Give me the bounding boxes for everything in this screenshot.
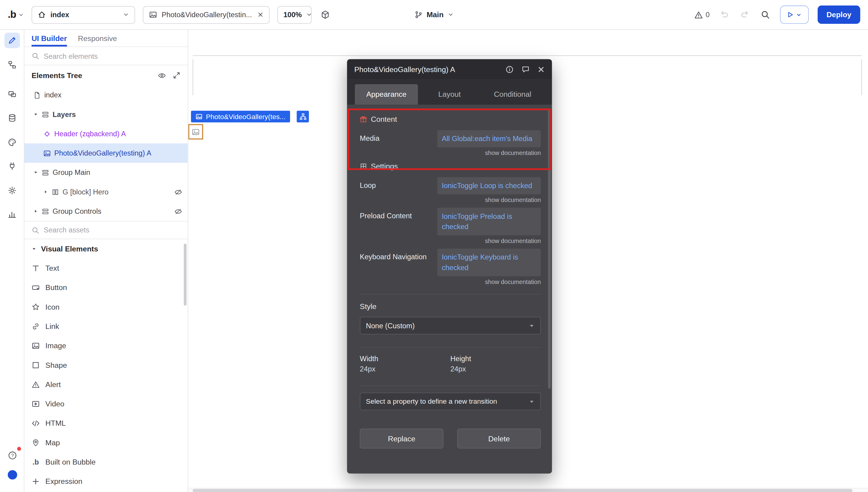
tab-layout[interactable]: Layout <box>418 84 481 105</box>
tree-item-index[interactable]: index <box>24 85 188 105</box>
tab-responsive[interactable]: Responsive <box>78 30 117 46</box>
warning-icon <box>694 10 703 19</box>
topbar-left: .b index Photo&VideoGallery(testin... <box>8 6 331 24</box>
left-rail: ? <box>0 30 24 492</box>
inspector-tabs: Appearance Layout Conditional <box>347 79 552 105</box>
element-html[interactable]: HTML <box>24 414 188 433</box>
data-icon[interactable] <box>4 110 20 126</box>
element-tab-label: Photo&VideoGallery(testin... <box>161 10 253 19</box>
element-built-on-bubble[interactable]: .b Built on Bubble <box>24 452 188 472</box>
loop-value-expression[interactable]: IonicToggle Loop is checked <box>437 177 541 194</box>
zoom-value: 100% <box>283 10 302 19</box>
eye-off-icon[interactable] <box>175 207 182 215</box>
close-tab-icon[interactable] <box>257 12 263 18</box>
element-text[interactable]: Text <box>24 259 188 278</box>
deploy-button[interactable]: Deploy <box>818 5 860 24</box>
settings-icon[interactable] <box>4 183 20 198</box>
plugins-icon[interactable] <box>4 158 20 174</box>
transition-dropdown[interactable]: Select a property to define a new transi… <box>360 393 541 410</box>
preview-button[interactable] <box>780 5 809 24</box>
eye-icon[interactable] <box>158 71 166 80</box>
bubble-logo[interactable]: .b <box>8 9 24 21</box>
zoom-selector[interactable]: 100% <box>277 6 312 24</box>
scrollbar-thumb[interactable] <box>193 489 852 492</box>
shape-icon <box>32 361 40 370</box>
tree-item-block-hero[interactable]: G [block] Hero <box>24 182 188 201</box>
redo-icon[interactable] <box>739 9 751 21</box>
media-doc-link[interactable]: show documentation <box>360 147 541 157</box>
component-library-icon[interactable] <box>320 9 331 21</box>
loop-doc-link[interactable]: show documentation <box>360 194 541 204</box>
preload-value-expression[interactable]: IonicToggle Preload is checked <box>437 208 541 236</box>
search-icon[interactable] <box>760 9 771 21</box>
canvas-horizontal-scrollbar[interactable] <box>188 488 868 492</box>
tree-item-layers[interactable]: Layers <box>24 105 188 124</box>
panel-scrollbar[interactable] <box>184 244 186 306</box>
close-icon[interactable] <box>537 66 544 73</box>
element-icon[interactable]: Icon <box>24 297 188 317</box>
media-value-expression[interactable]: All Global:each item's Media <box>437 130 541 147</box>
tree-item-group-main[interactable]: Group Main <box>24 163 188 182</box>
tree-item-header-reusable[interactable]: Header (zqbackend) A <box>24 124 188 143</box>
caret-down-icon[interactable] <box>33 170 38 175</box>
expand-icon[interactable] <box>173 71 181 80</box>
caret-right-icon[interactable] <box>43 189 48 194</box>
divider <box>360 347 541 348</box>
search-icon <box>32 52 40 60</box>
avatar[interactable] <box>8 470 17 479</box>
help-icon[interactable]: ? <box>4 447 20 463</box>
link-icon <box>32 322 40 331</box>
canvas[interactable]: Photo&VideoGallery(tes... Photo&VideoGal… <box>188 30 868 492</box>
gallery-element-placeholder[interactable] <box>188 124 203 139</box>
logs-icon[interactable] <box>4 206 20 222</box>
comment-icon[interactable] <box>521 65 530 74</box>
element-link[interactable]: Link <box>24 317 188 336</box>
visual-elements-header[interactable]: Visual Elements <box>24 239 188 259</box>
tree-item-group-controls[interactable]: Group Controls <box>24 202 188 221</box>
width-value[interactable]: 24px <box>360 365 450 373</box>
bubble-b-icon: .b <box>32 458 40 466</box>
page-selector[interactable]: index <box>32 6 135 24</box>
keyboard-value-expression[interactable]: IonicToggle Keyboard is checked <box>437 249 541 276</box>
replace-button[interactable]: Replace <box>360 429 443 449</box>
style-dropdown[interactable]: None (Custom) <box>360 317 541 335</box>
preload-doc-link[interactable]: show documentation <box>360 236 541 245</box>
element-tab[interactable]: Photo&VideoGallery(testin... <box>143 6 270 24</box>
tab-appearance[interactable]: Appearance <box>355 84 418 105</box>
alert-icon <box>32 380 40 389</box>
element-image[interactable]: Image <box>24 336 188 355</box>
element-hierarchy-chip[interactable] <box>297 110 309 122</box>
issues-indicator[interactable]: 0 <box>694 10 710 19</box>
selected-element-chip[interactable]: Photo&VideoGallery(tes... <box>191 110 290 122</box>
info-icon[interactable] <box>505 65 514 74</box>
element-map[interactable]: Map <box>24 433 188 452</box>
workflow-icon[interactable] <box>4 57 20 72</box>
element-video[interactable]: Video <box>24 394 188 414</box>
inspector-titlebar[interactable]: Photo&VideoGallery(testing) A <box>347 59 552 79</box>
search-assets-input[interactable] <box>44 226 181 234</box>
caret-down-icon[interactable] <box>33 112 38 117</box>
search-elements-input[interactable] <box>44 52 181 60</box>
loop-property-row: Loop IonicToggle Loop is checked <box>360 177 541 194</box>
page-selector-value: index <box>50 10 119 19</box>
tab-conditional[interactable]: Conditional <box>481 84 544 105</box>
undo-icon[interactable] <box>718 9 730 21</box>
delete-button[interactable]: Delete <box>457 429 541 449</box>
styles-icon[interactable] <box>4 134 20 150</box>
branch-selector[interactable]: Main <box>414 10 454 19</box>
tab-ui-builder[interactable]: UI Builder <box>32 30 67 46</box>
inspector-scrollbar[interactable] <box>548 109 551 389</box>
element-alert[interactable]: Alert <box>24 375 188 394</box>
element-shape[interactable]: Shape <box>24 355 188 375</box>
element-expression[interactable]: Expression <box>24 472 188 491</box>
keyboard-property-row: Keyboard Navigation IonicToggle Keyboard… <box>360 249 541 276</box>
keyboard-doc-link[interactable]: show documentation <box>360 276 541 287</box>
height-value[interactable]: 24px <box>450 365 541 373</box>
components-icon[interactable] <box>4 87 20 102</box>
panel-tabs: UI Builder Responsive <box>24 30 188 47</box>
eye-off-icon[interactable] <box>175 188 182 196</box>
tree-item-gallery-selected[interactable]: Photo&VideoGallery(testing) A <box>24 144 188 163</box>
caret-right-icon[interactable] <box>33 208 38 214</box>
design-icon[interactable] <box>4 32 20 48</box>
element-button[interactable]: Button <box>24 278 188 297</box>
